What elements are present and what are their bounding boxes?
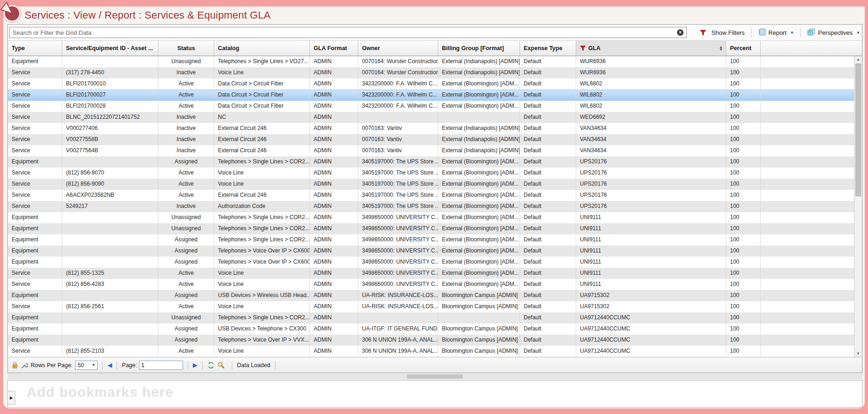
- bookmarks-expand-icon[interactable]: ▶: [8, 391, 15, 405]
- cell-expense_type: Default: [520, 101, 576, 112]
- perspectives-icon: [807, 28, 815, 37]
- lock-icon[interactable]: [12, 362, 18, 369]
- cell-owner: 3405197000: The UPS Store ...: [358, 190, 438, 201]
- column-header-billing_group[interactable]: Billing Group [Format]: [438, 41, 520, 56]
- cell-type: Service: [8, 134, 62, 145]
- column-header-label: Expense Type: [524, 45, 562, 52]
- panel-splitter[interactable]: [7, 374, 862, 380]
- table-row[interactable]: ServiceV00277564BInactiveExternal Circui…: [8, 145, 854, 156]
- vertical-scroll-thumb[interactable]: [855, 64, 861, 196]
- table-row[interactable]: Service(812) 855-1325ActiveVoice LineADM…: [8, 268, 854, 279]
- splitter-handle[interactable]: [407, 375, 463, 379]
- column-header-percent[interactable]: Percent: [726, 41, 761, 56]
- cell-percent: 100: [726, 112, 761, 123]
- table-row[interactable]: Service5249217InactiveAuthorization Code…: [8, 201, 854, 212]
- column-header-gla_format[interactable]: GLA Format: [310, 41, 358, 56]
- cell-gla_format: ADMIN: [310, 145, 358, 156]
- cell-gla: UA9712440CCUMC: [576, 323, 726, 335]
- refresh-icon[interactable]: [207, 362, 215, 369]
- magnifier-icon[interactable]: [217, 362, 224, 369]
- vertical-scrollbar[interactable]: ▲ ▼: [854, 56, 862, 357]
- cell-status: Assigned: [158, 234, 214, 246]
- bookmarks-placeholder: Add bookmarks here: [26, 384, 173, 400]
- cell-percent: 100: [726, 179, 761, 190]
- page-input[interactable]: [139, 361, 183, 370]
- cell-type: Service: [8, 201, 62, 212]
- table-row[interactable]: Service(812) 856-9090ActiveVoice LineADM…: [8, 179, 854, 190]
- cell-catalog: Voice Line: [214, 168, 310, 179]
- table-row[interactable]: ServiceBLFI201700010ActiveData Circuit >…: [8, 78, 854, 90]
- cell-billing_group: External (Indianapolis) [ADMIN]: [438, 56, 520, 67]
- table-row[interactable]: EquipmentAssignedTelephones > Single Lin…: [8, 234, 854, 246]
- column-header-id[interactable]: Service/Equipment ID - Asset ...: [62, 41, 158, 56]
- table-row[interactable]: EquipmentUnassignedTelephones > Single L…: [8, 223, 854, 234]
- search-input[interactable]: [9, 27, 687, 38]
- cell-gla: WED6692: [576, 112, 726, 123]
- bookmarks-panel[interactable]: ▶ Add bookmarks here: [7, 380, 862, 408]
- cell-gla: UPS20176: [576, 156, 726, 168]
- cell-gla: UPS20176: [576, 179, 726, 190]
- table-row[interactable]: EquipmentAssignedTelephones > Single Lin…: [8, 156, 854, 168]
- cell-gla: UNI9111: [576, 246, 726, 257]
- column-header-owner[interactable]: Owner: [358, 41, 438, 56]
- table-row[interactable]: EquipmentUnassignedTelephones > Single L…: [8, 312, 854, 323]
- cell-id: (812) 855-2103: [62, 346, 158, 357]
- table-row[interactable]: EquipmentAssignedTelephones > Voice Over…: [8, 257, 854, 268]
- cell-catalog: External Circuit 246: [214, 190, 310, 201]
- cell-id: V00277564B: [62, 145, 158, 156]
- table-row[interactable]: Service(812) 856-4283ActiveVoice LineADM…: [8, 279, 854, 290]
- cell-status: Active: [158, 179, 214, 190]
- perspectives-button[interactable]: Perspectives ▼: [807, 28, 860, 37]
- cell-type: Equipment: [8, 290, 62, 301]
- scroll-down-icon[interactable]: ▼: [855, 350, 862, 357]
- table-row[interactable]: ServiceBLFI201700028ActiveData Circuit >…: [8, 101, 854, 112]
- sort-icon[interactable]: ▲▼: [720, 45, 722, 51]
- table-row[interactable]: ServiceBLNC_201512220721401752InactiveNC…: [8, 112, 854, 123]
- table-row[interactable]: ServiceV00277558BInactiveExternal Circui…: [8, 134, 854, 145]
- scroll-up-icon[interactable]: ▲: [855, 56, 862, 63]
- report-button[interactable]: Report ▼: [758, 28, 794, 37]
- cell-type: Service: [8, 268, 62, 279]
- cell-billing_group: External (Bloomington) [ADM...: [438, 246, 520, 257]
- column-header-status[interactable]: Status: [158, 41, 214, 56]
- perspectives-label: Perspectives: [818, 29, 852, 36]
- rows-per-page-select[interactable]: 50 ▼: [75, 361, 98, 370]
- table-row[interactable]: Service(317) 278-4450InactiveVoice LineA…: [8, 67, 854, 78]
- column-header-catalog[interactable]: Catalog: [214, 41, 310, 56]
- cell-type: Equipment: [8, 212, 62, 223]
- table-row[interactable]: EquipmentUnassignedTelephones > Single L…: [8, 56, 854, 67]
- table-row[interactable]: EquipmentAssignedUSB Devices > Telephone…: [8, 323, 854, 335]
- show-filters-button[interactable]: Show Filters: [700, 29, 745, 36]
- cell-id: (812) 856-4283: [62, 279, 158, 290]
- cell-catalog: USB Devices > Telephone > CX300: [214, 323, 310, 335]
- title-bar: Services : View / Report : Services & Eq…: [3, 6, 865, 24]
- cell-type: Service: [8, 123, 62, 134]
- table-row[interactable]: ServiceBLFI201700027ActiveData Circuit >…: [8, 90, 854, 101]
- cell-percent: 100: [726, 156, 761, 168]
- cell-owner: 3498650000: UNIVERSITY C...: [358, 268, 438, 279]
- cell-gla: UNI9111: [576, 223, 726, 234]
- table-row[interactable]: Service(812) 856-9070ActiveVoice LineADM…: [8, 168, 854, 179]
- cell-filler: [761, 67, 854, 78]
- clear-search-icon[interactable]: ×: [677, 29, 684, 36]
- column-header-type[interactable]: Type: [8, 41, 62, 56]
- table-row[interactable]: Service(812) 855-2103ActiveVoice LineADM…: [8, 346, 854, 357]
- table-row[interactable]: ServiceA6ACXP023582NBActiveExternal Circ…: [8, 190, 854, 201]
- table-row[interactable]: Service(812) 856-2561ActiveVoice LineADM…: [8, 301, 854, 312]
- cell-billing_group: External (Bloomington) [ADM...: [438, 201, 520, 212]
- table-row[interactable]: EquipmentAssignedTelephones > Voice Over…: [8, 246, 854, 257]
- cell-gla_format: ADMIN: [310, 179, 358, 190]
- cell-expense_type: Default: [520, 279, 576, 290]
- table-row[interactable]: EquipmentAssignedUSB Devices > Wireless …: [8, 290, 854, 301]
- wrench-icon[interactable]: [21, 362, 28, 369]
- cell-billing_group: [438, 312, 520, 323]
- prev-page-button[interactable]: ◀: [107, 362, 112, 369]
- column-header-gla[interactable]: GLA▲▼: [576, 41, 726, 56]
- cell-status: Unassigned: [158, 223, 214, 234]
- column-header-expense_type[interactable]: Expense Type: [520, 41, 576, 56]
- table-row[interactable]: EquipmentUnassignedTelephones > Single L…: [8, 212, 854, 223]
- cell-billing_group: External (Bloomington) [ADM...: [438, 156, 520, 168]
- table-row[interactable]: ServiceV000277406InactiveExternal Circui…: [8, 123, 854, 134]
- next-page-button[interactable]: ▶: [193, 362, 197, 369]
- table-row[interactable]: EquipmentAssignedTelephones > Voice Over…: [8, 335, 854, 346]
